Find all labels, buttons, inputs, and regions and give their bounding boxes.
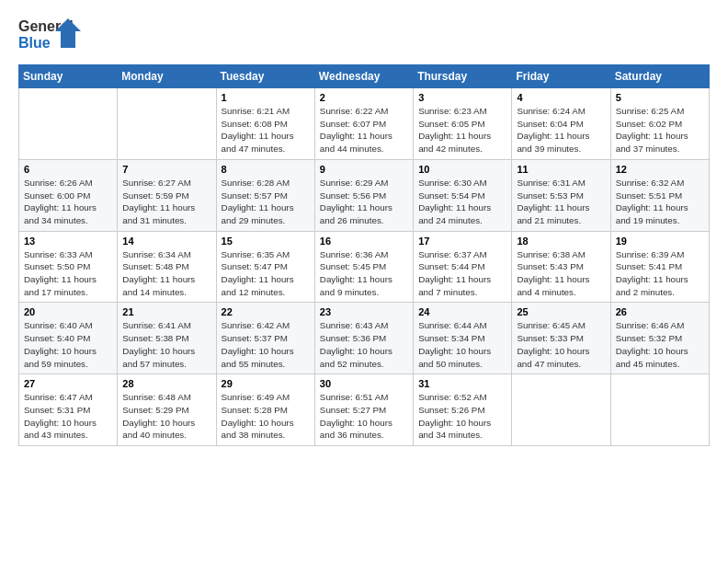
day-number: 11 [517,164,605,175]
day-number: 23 [320,306,408,317]
day-cell [512,374,610,446]
day-cell [118,88,216,160]
day-number: 9 [320,164,408,175]
day-cell: 25Sunrise: 6:45 AM Sunset: 5:33 PM Dayli… [512,303,610,374]
day-info: Sunrise: 6:30 AM Sunset: 5:54 PM Dayligh… [418,177,506,227]
week-row-3: 13Sunrise: 6:33 AM Sunset: 5:50 PM Dayli… [19,231,710,303]
weekday-header-friday: Friday [512,65,610,88]
day-info: Sunrise: 6:33 AM Sunset: 5:50 PM Dayligh… [24,248,112,299]
day-info: Sunrise: 6:36 AM Sunset: 5:45 PM Dayligh… [320,248,408,299]
day-number: 31 [418,378,506,389]
day-cell: 18Sunrise: 6:38 AM Sunset: 5:43 PM Dayli… [512,231,610,303]
day-number: 19 [616,236,704,247]
day-cell: 30Sunrise: 6:51 AM Sunset: 5:27 PM Dayli… [314,374,413,446]
weekday-header-tuesday: Tuesday [216,65,314,88]
day-cell [610,374,709,446]
day-info: Sunrise: 6:31 AM Sunset: 5:53 PM Dayligh… [517,177,605,227]
day-info: Sunrise: 6:34 AM Sunset: 5:48 PM Dayligh… [122,248,210,299]
day-info: Sunrise: 6:43 AM Sunset: 5:36 PM Dayligh… [320,319,408,370]
day-number: 17 [418,236,506,247]
day-number: 27 [24,378,112,389]
day-cell: 4Sunrise: 6:24 AM Sunset: 6:04 PM Daylig… [512,88,610,160]
day-cell: 20Sunrise: 6:40 AM Sunset: 5:40 PM Dayli… [19,303,118,374]
day-number: 15 [222,236,310,247]
day-cell: 24Sunrise: 6:44 AM Sunset: 5:34 PM Dayli… [414,303,512,374]
week-row-2: 6Sunrise: 6:26 AM Sunset: 6:00 PM Daylig… [19,159,710,231]
day-number: 14 [122,236,210,247]
day-number: 26 [616,306,704,317]
day-number: 6 [24,164,112,175]
weekday-header-monday: Monday [118,65,216,88]
day-info: Sunrise: 6:41 AM Sunset: 5:38 PM Dayligh… [122,319,210,370]
day-number: 3 [418,92,506,103]
day-cell: 12Sunrise: 6:32 AM Sunset: 5:51 PM Dayli… [610,159,709,231]
day-cell: 31Sunrise: 6:52 AM Sunset: 5:26 PM Dayli… [414,374,512,446]
day-number: 28 [122,378,210,389]
day-number: 29 [222,378,310,389]
day-cell: 5Sunrise: 6:25 AM Sunset: 6:02 PM Daylig… [610,88,709,160]
day-cell: 1Sunrise: 6:21 AM Sunset: 6:08 PM Daylig… [216,88,314,160]
day-info: Sunrise: 6:22 AM Sunset: 6:07 PM Dayligh… [320,105,408,155]
day-info: Sunrise: 6:24 AM Sunset: 6:04 PM Dayligh… [517,105,605,155]
day-cell: 14Sunrise: 6:34 AM Sunset: 5:48 PM Dayli… [118,231,216,303]
day-cell: 28Sunrise: 6:48 AM Sunset: 5:29 PM Dayli… [118,374,216,446]
day-info: Sunrise: 6:46 AM Sunset: 5:32 PM Dayligh… [616,319,704,370]
day-number: 12 [616,164,704,175]
header: GeneralBlue [18,15,710,55]
day-info: Sunrise: 6:21 AM Sunset: 6:08 PM Dayligh… [222,105,310,155]
day-cell: 7Sunrise: 6:27 AM Sunset: 5:59 PM Daylig… [118,159,216,231]
day-info: Sunrise: 6:25 AM Sunset: 6:02 PM Dayligh… [616,105,704,155]
weekday-header-wednesday: Wednesday [314,65,413,88]
day-cell: 8Sunrise: 6:28 AM Sunset: 5:57 PM Daylig… [216,159,314,231]
day-info: Sunrise: 6:40 AM Sunset: 5:40 PM Dayligh… [24,319,112,370]
day-cell: 27Sunrise: 6:47 AM Sunset: 5:31 PM Dayli… [19,374,118,446]
day-info: Sunrise: 6:32 AM Sunset: 5:51 PM Dayligh… [616,177,704,227]
day-info: Sunrise: 6:47 AM Sunset: 5:31 PM Dayligh… [24,391,112,442]
logo-svg: GeneralBlue [18,15,85,55]
day-info: Sunrise: 6:44 AM Sunset: 5:34 PM Dayligh… [418,319,506,370]
day-cell: 15Sunrise: 6:35 AM Sunset: 5:47 PM Dayli… [216,231,314,303]
week-row-1: 1Sunrise: 6:21 AM Sunset: 6:08 PM Daylig… [19,88,710,160]
day-number: 25 [517,306,605,317]
day-cell: 17Sunrise: 6:37 AM Sunset: 5:44 PM Dayli… [414,231,512,303]
day-cell: 3Sunrise: 6:23 AM Sunset: 6:05 PM Daylig… [414,88,512,160]
page: GeneralBlue SundayMondayTuesdayWednesday… [0,0,728,563]
weekday-header-saturday: Saturday [610,65,709,88]
day-info: Sunrise: 6:35 AM Sunset: 5:47 PM Dayligh… [222,248,310,299]
day-number: 7 [122,164,210,175]
day-info: Sunrise: 6:23 AM Sunset: 6:05 PM Dayligh… [418,105,506,155]
day-info: Sunrise: 6:27 AM Sunset: 5:59 PM Dayligh… [122,177,210,227]
day-number: 18 [517,236,605,247]
weekday-header-sunday: Sunday [19,65,118,88]
day-number: 5 [616,92,704,103]
day-cell: 19Sunrise: 6:39 AM Sunset: 5:41 PM Dayli… [610,231,709,303]
day-number: 20 [24,306,112,317]
calendar-body: 1Sunrise: 6:21 AM Sunset: 6:08 PM Daylig… [19,88,710,446]
day-info: Sunrise: 6:48 AM Sunset: 5:29 PM Dayligh… [122,391,210,442]
day-info: Sunrise: 6:28 AM Sunset: 5:57 PM Dayligh… [222,177,310,227]
day-number: 13 [24,236,112,247]
day-cell: 10Sunrise: 6:30 AM Sunset: 5:54 PM Dayli… [414,159,512,231]
weekday-header-thursday: Thursday [414,65,512,88]
day-info: Sunrise: 6:42 AM Sunset: 5:37 PM Dayligh… [222,319,310,370]
day-cell: 2Sunrise: 6:22 AM Sunset: 6:07 PM Daylig… [314,88,413,160]
day-number: 10 [418,164,506,175]
logo: GeneralBlue [18,15,85,55]
day-cell: 26Sunrise: 6:46 AM Sunset: 5:32 PM Dayli… [610,303,709,374]
day-cell: 16Sunrise: 6:36 AM Sunset: 5:45 PM Dayli… [314,231,413,303]
day-info: Sunrise: 6:39 AM Sunset: 5:41 PM Dayligh… [616,248,704,299]
day-number: 21 [122,306,210,317]
day-cell: 13Sunrise: 6:33 AM Sunset: 5:50 PM Dayli… [19,231,118,303]
day-cell: 22Sunrise: 6:42 AM Sunset: 5:37 PM Dayli… [216,303,314,374]
weekday-header-row: SundayMondayTuesdayWednesdayThursdayFrid… [19,65,710,88]
day-number: 16 [320,236,408,247]
day-number: 30 [320,378,408,389]
day-number: 1 [222,92,310,103]
day-number: 24 [418,306,506,317]
day-info: Sunrise: 6:29 AM Sunset: 5:56 PM Dayligh… [320,177,408,227]
day-info: Sunrise: 6:52 AM Sunset: 5:26 PM Dayligh… [418,391,506,442]
day-cell: 11Sunrise: 6:31 AM Sunset: 5:53 PM Dayli… [512,159,610,231]
svg-text:Blue: Blue [18,35,51,51]
day-info: Sunrise: 6:26 AM Sunset: 6:00 PM Dayligh… [24,177,112,227]
day-info: Sunrise: 6:45 AM Sunset: 5:33 PM Dayligh… [517,319,605,370]
